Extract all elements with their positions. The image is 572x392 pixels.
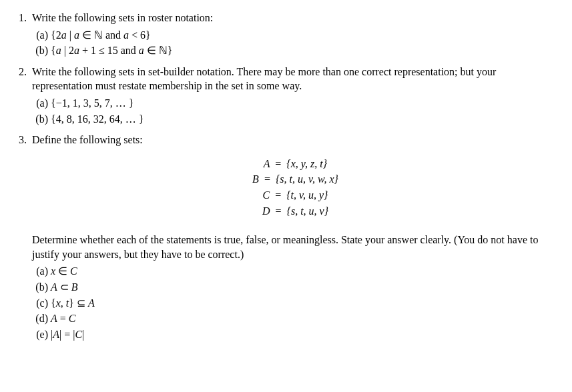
problem-3c: {x, t} ⊆ A — [51, 296, 559, 311]
problem-3b-text: A ⊂ B — [51, 281, 78, 293]
problem-1b-text: {a | 2a + 1 ≤ 15 and a ∈ ℕ} — [51, 45, 172, 56]
set-definitions: A = {x, y, z, t} B = {s, t, u, v, w, x} … — [32, 157, 559, 218]
problem-3-text: Define the following sets: — [32, 133, 559, 147]
problem-3c-text: {x, t} ⊆ A — [51, 297, 95, 309]
problem-3a: x ∈ C — [51, 264, 559, 279]
def-D: D = {s, t, u, v} — [32, 204, 559, 219]
problem-2-text: Write the following sets in set-builder … — [32, 65, 559, 93]
problem-3: Define the following sets: A = {x, y, z,… — [29, 133, 559, 341]
problem-2b: {4, 8, 16, 32, 64, … } — [51, 112, 559, 127]
problem-1b: {a | 2a + 1 ≤ 15 and a ∈ ℕ} — [51, 43, 559, 58]
problem-2a-text: {−1, 1, 3, 5, 7, … } — [51, 97, 133, 109]
def-A: A = {x, y, z, t} — [32, 157, 559, 171]
problem-3a-text: x ∈ C — [51, 265, 77, 277]
problem-3d: A = C — [51, 311, 559, 326]
problem-1-parts: {2a | a ∈ ℕ and a < 6} {a | 2a + 1 ≤ 15 … — [32, 28, 559, 58]
problem-list: Write the following sets in roster notat… — [13, 11, 559, 341]
problem-1-text: Write the following sets in roster notat… — [32, 11, 559, 25]
problem-2a: {−1, 1, 3, 5, 7, … } — [51, 96, 559, 111]
problem-3-parts: x ∈ C A ⊂ B {x, t} ⊆ A A = C |A| = |C| — [32, 264, 559, 341]
problem-3d-text: A = C — [51, 313, 75, 324]
problem-3e: |A| = |C| — [51, 327, 559, 342]
problem-2b-text: {4, 8, 16, 32, 64, … } — [51, 113, 144, 125]
problem-3e-text: |A| = |C| — [51, 329, 84, 340]
problem-2: Write the following sets in set-builder … — [29, 65, 559, 126]
problem-2-parts: {−1, 1, 3, 5, 7, … } {4, 8, 16, 32, 64, … — [32, 96, 559, 126]
def-C: C = {t, v, u, y} — [32, 188, 559, 203]
problem-3b: A ⊂ B — [51, 280, 559, 295]
problem-1a-text: {2a | a ∈ ℕ and a < 6} — [51, 29, 151, 41]
problem-1: Write the following sets in roster notat… — [29, 11, 559, 58]
problem-3-instructions: Determine whether each of the statements… — [32, 233, 559, 261]
def-B: B = {s, t, u, v, w, x} — [32, 172, 559, 187]
problem-1a: {2a | a ∈ ℕ and a < 6} — [51, 28, 559, 43]
